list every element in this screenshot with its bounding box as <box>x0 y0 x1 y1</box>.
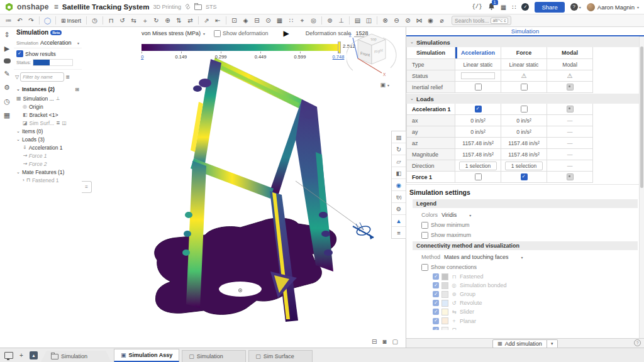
tree-item[interactable]: ◎Origin <box>14 102 82 111</box>
onshape-logo-icon[interactable] <box>5 3 13 11</box>
variables-panel-icon[interactable]: f(x) <box>392 191 406 203</box>
group-icon[interactable]: ⊡ <box>229 17 240 24</box>
add-tab-button[interactable]: + <box>16 352 26 359</box>
view-cube[interactable]: Top Front Right Z X <box>347 30 397 83</box>
measure-icon[interactable]: ⊗ <box>380 17 391 24</box>
tab-manager-icon[interactable]: ▲ <box>30 351 38 359</box>
connection-checkbox[interactable] <box>433 291 439 297</box>
show-connections-checkbox[interactable] <box>421 264 428 271</box>
ground-icon[interactable]: ⊥ <box>336 17 347 24</box>
colorbar-tick-label[interactable]: 0.748 <box>333 54 345 60</box>
graphics-viewport[interactable]: von Mises stress (MPa) ▾ Show deformatio… <box>82 26 406 348</box>
connection-checkbox[interactable] <box>433 300 439 306</box>
tree-item[interactable]: ◧Bracket <1> <box>14 111 82 119</box>
revolute-mate-icon[interactable]: ↺ <box>117 17 128 24</box>
present-icon[interactable] <box>4 352 13 359</box>
instances-panel-icon[interactable]: ▤ <box>392 131 406 143</box>
comment-icon[interactable] <box>4 58 11 63</box>
table-cell[interactable] <box>455 82 501 93</box>
measure-panel-icon[interactable]: ⇕ <box>4 31 9 38</box>
bom-icon[interactable]: ▦ <box>274 17 285 24</box>
help-menu[interactable]: ? ▾ <box>570 3 581 11</box>
table-cell[interactable] <box>501 172 547 183</box>
table-checkbox[interactable] <box>521 84 528 90</box>
sync-icon[interactable]: ◯ <box>42 17 53 24</box>
replicate-icon[interactable]: ⊟ <box>252 17 262 24</box>
colors-dropdown[interactable]: Colors Viridis ▾ <box>406 210 644 220</box>
tree-group[interactable]: ⌄Loads (3) <box>14 135 82 143</box>
result-type-dropdown[interactable]: von Mises stress (MPa) ▾ <box>142 30 205 36</box>
relation-icon[interactable]: ⇗ <box>201 17 212 24</box>
camera-icon[interactable]: ◙ <box>383 338 387 345</box>
right-panel-scrollbar[interactable] <box>639 36 644 339</box>
show-maximum-row[interactable]: Show maximum <box>406 230 644 240</box>
configurations-icon[interactable]: ⌀ <box>436 17 447 24</box>
simulations-section-header[interactable]: ⌄ Simulations <box>406 37 644 47</box>
instances-header[interactable]: ⌄ Instances (2) ⊞ <box>14 84 82 94</box>
tree-item[interactable]: ▦Simulation ...⊥ <box>14 94 82 102</box>
link-icon[interactable] <box>185 4 191 11</box>
connector-icon[interactable]: ⇤ <box>213 17 223 24</box>
history-panel-icon[interactable]: ◷ <box>4 97 10 105</box>
table-cell[interactable] <box>501 104 547 115</box>
cylindrical-mate-icon[interactable]: ↻ <box>151 17 162 24</box>
simulation-select[interactable]: Simulation Acceleration ▾ <box>14 37 82 48</box>
tree-item-extra-icon[interactable]: ≣ <box>56 120 60 126</box>
redo-icon[interactable]: ↷ <box>26 17 36 24</box>
rotate-view-icon[interactable]: ↻ <box>392 143 406 155</box>
notifications-icon[interactable]: 1 <box>488 3 495 11</box>
undo-icon[interactable]: ↶ <box>14 17 25 24</box>
add-simulation-dropdown[interactable]: ▼ <box>547 339 558 348</box>
device-rotate-icon[interactable]: ▱ <box>392 155 406 167</box>
tree-item[interactable]: ›⊓Fastened 1 <box>14 176 82 184</box>
document-tab-simulation-assy[interactable]: ▣Simulation Assy <box>114 349 179 362</box>
insert-instance-icon[interactable]: ⊞ <box>75 87 79 92</box>
list-options-icon[interactable]: ≣ <box>65 74 70 80</box>
scrollbar-thumb[interactable] <box>640 47 643 188</box>
search-tools[interactable]: Search tools... alt/⌥ c <box>452 16 511 25</box>
user-menu[interactable]: Aaron Magnin ▾ <box>587 3 639 11</box>
named-views-icon[interactable]: ⌖ <box>297 17 308 25</box>
spreadsheet-icon[interactable]: ▦ <box>501 4 506 11</box>
document-tab-simulation[interactable]: ▢Simulation <box>182 350 246 362</box>
insert-icon[interactable]: ⊞Insert <box>58 18 84 24</box>
document-tab-sim-surface[interactable]: ▢Sim Surface <box>248 350 313 362</box>
named-positions-icon[interactable]: ◉ <box>425 17 436 24</box>
connection-checkbox[interactable] <box>433 309 439 315</box>
tree-item-extra-icon[interactable]: ◫ <box>62 120 67 126</box>
show-results-checkbox[interactable] <box>16 50 23 57</box>
follow-mode-icon[interactable]: ▶ <box>4 45 9 52</box>
table-cell[interactable] <box>455 172 501 183</box>
display-states-icon[interactable]: ∷ <box>286 17 296 24</box>
render-panel-icon[interactable]: ⚙ <box>392 203 406 215</box>
tree-item[interactable]: ◪Sim Surf...≣◫ <box>14 119 82 127</box>
section-view-icon[interactable]: ◧ <box>392 167 406 179</box>
connection-checkbox[interactable] <box>433 318 439 324</box>
table-checkbox[interactable] <box>475 173 482 180</box>
share-button[interactable]: Share <box>535 2 564 13</box>
pin-slot-mate-icon[interactable]: ⇅ <box>174 17 184 24</box>
exploded-view-icon[interactable]: ⋈ <box>414 17 425 24</box>
slider-mate-icon[interactable]: ⇆ <box>128 17 139 24</box>
table-checkbox[interactable] <box>521 173 528 180</box>
frame-icon[interactable]: ◫ <box>364 17 374 24</box>
sheet-metal-icon[interactable]: ▤ <box>352 17 363 24</box>
tangent-mate-icon[interactable]: ⇄ <box>185 17 196 24</box>
versions-icon[interactable]: ⚙ <box>4 84 10 91</box>
table-cell[interactable]: 1 selection <box>455 160 501 172</box>
layers-panel-icon[interactable]: ≡ <box>392 227 406 238</box>
view-menu[interactable]: ▣ ▾ <box>380 82 389 88</box>
planar-mate-icon[interactable]: ＋ <box>140 16 150 25</box>
help-icon[interactable]: ? <box>634 339 641 346</box>
tree-item[interactable]: ⇝Force 1 <box>14 151 82 160</box>
mass-properties-icon[interactable]: ⊖ <box>391 17 402 24</box>
play-animation-icon[interactable]: ▶ <box>284 29 289 38</box>
table-checkbox[interactable] <box>475 106 482 112</box>
selection-button[interactable]: 1 selection <box>459 162 497 170</box>
menu-icon[interactable]: ≡ <box>54 3 58 11</box>
table-cell[interactable]: 1 selection <box>501 160 547 172</box>
show-connections-row[interactable]: Show connections <box>406 262 644 272</box>
document-tab-simulation[interactable]: Simulation <box>41 351 111 362</box>
tree-item-extra-icon[interactable]: ⊥ <box>56 96 60 101</box>
loads-section-header[interactable]: ⌄ Loads <box>406 94 644 104</box>
